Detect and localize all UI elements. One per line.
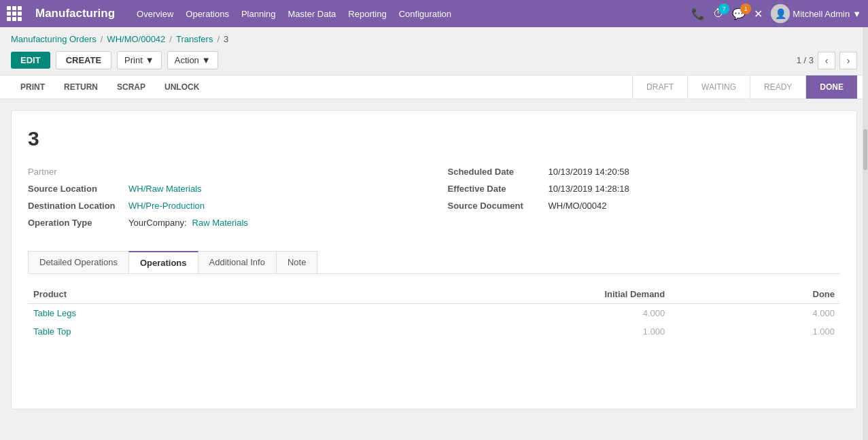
prev-button[interactable]: ‹ <box>818 52 835 69</box>
operations-table: Product Initial Demand Done Table Legs 4… <box>28 285 840 341</box>
scrap-action-button[interactable]: SCRAP <box>107 75 155 99</box>
status-ready[interactable]: READY <box>750 75 805 99</box>
scrollbar-thumb[interactable] <box>863 129 867 170</box>
avatar: 👤 <box>771 4 790 23</box>
close-icon[interactable]: ✕ <box>754 7 763 20</box>
print-action-button[interactable]: PRINT <box>11 75 54 99</box>
source-location-value[interactable]: WH/Raw Materials <box>128 184 202 194</box>
product-1[interactable]: Table Legs <box>28 304 304 323</box>
breadcrumb: Manufacturing Orders / WH/MO/00042 / Tra… <box>0 27 868 51</box>
print-dropdown-icon: ▼ <box>145 55 154 65</box>
print-button[interactable]: Print ▼ <box>117 51 162 69</box>
effective-date-row: Effective Date 10/13/2019 14:28:18 <box>448 184 841 194</box>
col-product: Product <box>28 285 304 304</box>
operation-type-prefix: YourCompany: <box>128 218 187 228</box>
form-grid: Partner Source Location WH/Raw Materials… <box>28 167 840 235</box>
next-button[interactable]: › <box>839 52 857 69</box>
tab-additional-info[interactable]: Additional Info <box>198 251 277 273</box>
initial-demand-2: 1.000 <box>304 322 670 341</box>
tab-detailed-operations[interactable]: Detailed Operations <box>28 251 129 273</box>
action-label: Action <box>175 55 199 65</box>
breadcrumb-sep-2: / <box>169 34 172 44</box>
breadcrumb-sep-1: / <box>101 34 103 44</box>
source-document-row: Source Document WH/MO/00042 <box>448 201 841 211</box>
source-location-row: Source Location WH/Raw Materials <box>28 184 421 194</box>
main-content: 3 Partner Source Location WH/Raw Materia… <box>0 99 868 420</box>
toolbar: EDIT CREATE Print ▼ Action ▼ 1 / 3 ‹ › <box>0 51 868 75</box>
product-2[interactable]: Table Top <box>28 322 304 341</box>
nav-planning[interactable]: Planning <box>241 9 276 19</box>
effective-date-label: Effective Date <box>448 184 543 194</box>
tabs: Detailed Operations Operations Additiona… <box>28 251 840 274</box>
scheduled-date-row: Scheduled Date 10/13/2019 14:20:58 <box>448 167 841 177</box>
col-initial-demand: Initial Demand <box>304 285 670 304</box>
status-bar: DRAFT WAITING READY DONE <box>632 75 857 99</box>
top-nav: Overview Operations Planning Master Data… <box>137 9 683 19</box>
nav-operations[interactable]: Operations <box>186 9 229 19</box>
unlock-action-button[interactable]: UNLOCK <box>155 75 209 99</box>
user-dropdown-icon: ▼ <box>852 9 861 19</box>
breadcrumb-manufacturing-orders[interactable]: Manufacturing Orders <box>11 34 97 44</box>
scheduled-date-label: Scheduled Date <box>448 167 543 177</box>
operation-type-row: Operation Type YourCompany: Raw Material… <box>28 218 421 228</box>
create-button[interactable]: CREATE <box>56 51 111 69</box>
return-action-button[interactable]: RETURN <box>54 75 107 99</box>
action-dropdown-icon: ▼ <box>202 55 211 65</box>
status-draft[interactable]: DRAFT <box>632 75 687 99</box>
edit-button[interactable]: EDIT <box>11 52 50 69</box>
effective-date-value: 10/13/2019 14:28:18 <box>549 184 629 194</box>
scheduled-date-value: 10/13/2019 14:20:58 <box>549 167 629 177</box>
activity-badge: 7 <box>718 3 729 14</box>
done-1: 4.000 <box>670 304 840 323</box>
scrollbar[interactable] <box>863 27 868 420</box>
done-2: 1.000 <box>670 322 840 341</box>
form-card: 3 Partner Source Location WH/Raw Materia… <box>11 110 857 409</box>
breadcrumb-current: 3 <box>224 34 228 44</box>
user-name: Mitchell Admin <box>793 9 850 19</box>
pagination-text: 1 / 3 <box>797 55 814 65</box>
tab-operations[interactable]: Operations <box>128 251 198 273</box>
app-title: Manufacturing <box>35 7 115 20</box>
partner-row: Partner <box>28 167 421 177</box>
destination-location-row: Destination Location WH/Pre-Production <box>28 201 421 211</box>
pagination-area: 1 / 3 ‹ › <box>797 52 857 69</box>
nav-overview[interactable]: Overview <box>137 9 173 19</box>
source-location-label: Source Location <box>28 184 123 194</box>
user-menu[interactable]: 👤 Mitchell Admin ▼ <box>771 4 861 23</box>
record-number: 3 <box>28 127 840 150</box>
nav-configuration[interactable]: Configuration <box>399 9 451 19</box>
nav-reporting[interactable]: Reporting <box>348 9 386 19</box>
messages-badge: 1 <box>740 3 751 14</box>
phone-icon[interactable]: 📞 <box>691 7 705 20</box>
print-label: Print <box>124 55 143 65</box>
activity-icon[interactable]: ⏱ 7 <box>713 7 724 20</box>
topbar-right: 📞 ⏱ 7 💬 1 ✕ 👤 Mitchell Admin ▼ <box>691 4 861 23</box>
destination-location-label: Destination Location <box>28 201 123 211</box>
partner-label: Partner <box>28 167 123 177</box>
nav-master-data[interactable]: Master Data <box>288 9 336 19</box>
status-done[interactable]: DONE <box>805 75 857 99</box>
destination-location-value[interactable]: WH/Pre-Production <box>128 201 205 211</box>
table-row: Table Legs 4.000 4.000 <box>28 304 840 323</box>
operation-type-label: Operation Type <box>28 218 123 228</box>
action-button[interactable]: Action ▼ <box>167 51 218 69</box>
breadcrumb-transfers[interactable]: Transfers <box>176 34 213 44</box>
initial-demand-1: 4.000 <box>304 304 670 323</box>
source-document-value: WH/MO/00042 <box>549 201 607 211</box>
messages-icon[interactable]: 💬 1 <box>732 7 746 20</box>
status-waiting[interactable]: WAITING <box>687 75 750 99</box>
operation-type-value[interactable]: Raw Materials <box>192 218 248 228</box>
breadcrumb-sep-3: / <box>217 34 220 44</box>
apps-icon[interactable] <box>7 6 22 21</box>
topbar: Manufacturing Overview Operations Planni… <box>0 0 868 27</box>
col-done: Done <box>670 285 840 304</box>
table-row: Table Top 1.000 1.000 <box>28 322 840 341</box>
source-document-label: Source Document <box>448 201 543 211</box>
tab-note[interactable]: Note <box>276 251 317 273</box>
breadcrumb-mo[interactable]: WH/MO/00042 <box>107 34 165 44</box>
action-bar: PRINT RETURN SCRAP UNLOCK DRAFT WAITING … <box>0 75 868 99</box>
form-right: Scheduled Date 10/13/2019 14:20:58 Effec… <box>448 167 841 235</box>
form-left: Partner Source Location WH/Raw Materials… <box>28 167 421 235</box>
